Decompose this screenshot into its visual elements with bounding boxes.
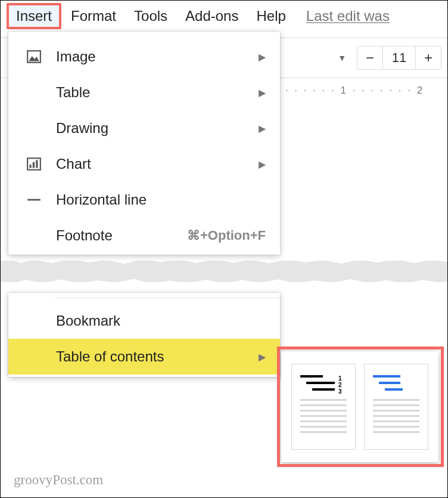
blank-icon <box>26 227 48 244</box>
menu-item-label: Horizontal line <box>56 191 266 208</box>
toc-preview-line <box>385 388 403 391</box>
toc-preview-body <box>373 404 419 406</box>
toc-submenu: 1 2 3 <box>281 351 438 462</box>
menu-addons[interactable]: Add-ons <box>177 4 247 28</box>
svg-rect-4 <box>33 162 35 168</box>
menu-tools[interactable]: Tools <box>126 4 176 28</box>
menu-item-table-of-contents[interactable]: Table of contents ▶ <box>8 339 280 375</box>
watermark: groovyPost.com <box>14 472 103 488</box>
menubar: Insert Format Tools Add-ons Help Last ed… <box>1 1 447 29</box>
submenu-arrow-icon: ▶ <box>259 159 266 170</box>
chart-icon <box>26 156 48 172</box>
menu-item-shortcut: ⌘+Option+F <box>187 228 266 243</box>
toc-preview-body <box>300 420 347 422</box>
menu-separator <box>55 298 280 298</box>
submenu-arrow-icon: ▶ <box>259 51 266 63</box>
insert-dropdown-lower: Bookmark Table of contents ▶ <box>8 293 280 377</box>
menu-item-label: Chart <box>56 156 259 172</box>
toc-preview-body <box>373 431 419 433</box>
menu-format[interactable]: Format <box>63 4 125 28</box>
svg-rect-3 <box>29 165 31 168</box>
toc-preview-body <box>300 415 347 417</box>
toc-preview-body <box>300 410 347 412</box>
toc-preview-body <box>373 410 419 412</box>
insert-dropdown: Image ▶ Table ▶ Drawing ▶ Chart ▶ Horizo… <box>8 32 280 255</box>
toc-preview-body <box>373 426 419 428</box>
last-edit-link[interactable]: Last edit was <box>295 8 390 24</box>
menu-item-horizontal-line[interactable]: Horizontal line <box>8 182 280 218</box>
menu-item-label: Table <box>56 84 259 101</box>
submenu-arrow-icon: ▶ <box>259 123 266 134</box>
menu-item-chart[interactable]: Chart ▶ <box>8 146 280 182</box>
menu-insert[interactable]: Insert <box>7 3 61 29</box>
toc-preview-body <box>300 399 347 401</box>
toc-preview-line <box>306 382 335 384</box>
font-size-value[interactable]: 11 <box>382 47 416 69</box>
submenu-arrow-icon: ▶ <box>259 351 266 363</box>
toc-preview-body <box>373 415 419 417</box>
menu-item-label: Footnote <box>56 227 187 244</box>
menu-item-label: Drawing <box>56 120 259 137</box>
menu-item-table[interactable]: Table ▶ <box>8 75 280 110</box>
menu-item-footnote[interactable]: Footnote ⌘+Option+F <box>8 218 280 253</box>
blank-icon <box>26 84 48 101</box>
hline-icon <box>26 191 48 208</box>
torn-separator <box>1 261 447 282</box>
toc-preview-body <box>300 426 347 428</box>
toc-preview-numbers: 1 2 3 <box>338 375 342 395</box>
menu-item-label: Image <box>56 48 259 65</box>
toc-preview-line <box>300 375 323 378</box>
menu-item-drawing[interactable]: Drawing ▶ <box>8 110 280 146</box>
blank-icon <box>26 313 48 329</box>
toc-preview-line <box>312 388 335 391</box>
toc-preview-body <box>373 420 419 422</box>
toc-preview-body <box>373 399 419 401</box>
font-size-group: − 11 + <box>357 46 441 70</box>
blank-icon <box>26 120 48 137</box>
ruler: · · · · · · 1 · · · · · · · 2 <box>281 83 447 98</box>
toc-option-with-numbers[interactable]: 1 2 3 <box>291 364 356 450</box>
menu-item-bookmark[interactable]: Bookmark <box>8 303 280 339</box>
toc-preview-body <box>300 404 347 406</box>
toc-preview-line <box>373 375 400 378</box>
font-dropdown-caret[interactable]: ▼ <box>338 53 352 63</box>
menu-help[interactable]: Help <box>248 4 294 28</box>
svg-rect-5 <box>36 160 38 168</box>
toc-option-blue-links[interactable] <box>364 364 428 450</box>
svg-marker-1 <box>29 56 39 61</box>
menu-item-label: Table of contents <box>56 348 259 365</box>
menu-item-image[interactable]: Image ▶ <box>8 39 280 75</box>
menu-item-label: Bookmark <box>56 313 266 329</box>
image-icon <box>26 48 48 65</box>
blank-icon <box>26 348 48 365</box>
font-size-increase[interactable]: + <box>416 47 441 69</box>
font-size-decrease[interactable]: − <box>357 47 382 69</box>
submenu-arrow-icon: ▶ <box>259 87 266 98</box>
toc-preview-line <box>379 382 400 384</box>
toc-preview-body <box>300 431 347 433</box>
